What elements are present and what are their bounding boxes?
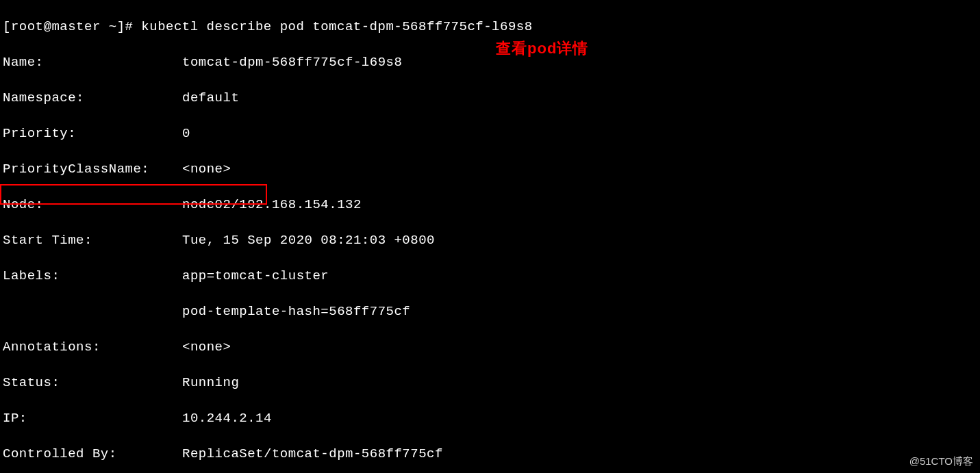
field-starttime: Start Time:Tue, 15 Sep 2020 08:21:03 +08… <box>3 231 980 249</box>
field-node: Node:node02/192.168.154.132 <box>3 196 980 214</box>
key-priorityclass: PriorityClassName: <box>3 160 167 178</box>
key-node: Node: <box>3 196 167 214</box>
field-ip: IP:10.244.2.14 <box>3 409 980 427</box>
key-status: Status: <box>3 374 167 392</box>
field-labels: Labels:app=tomcat-cluster <box>3 267 980 285</box>
val-starttime: Tue, 15 Sep 2020 08:21:03 +0800 <box>167 233 435 248</box>
val-labels-2: pod-template-hash=568ff775cf <box>167 304 410 319</box>
terminal-output: [root@master ~]# kubectl describe pod to… <box>0 0 980 473</box>
key-starttime: Start Time: <box>3 231 167 249</box>
key-namespace: Namespace: <box>3 89 167 107</box>
key-labels: Labels: <box>3 267 167 285</box>
val-priority: 0 <box>167 126 190 141</box>
field-priorityclass: PriorityClassName:<none> <box>3 160 980 178</box>
val-labels-1: app=tomcat-cluster <box>167 268 329 283</box>
val-name: tomcat-dpm-568ff775cf-l69s8 <box>167 55 402 70</box>
val-namespace: default <box>167 90 239 105</box>
field-namespace: Namespace:default <box>3 89 980 107</box>
field-controlledby: Controlled By:ReplicaSet/tomcat-dpm-568f… <box>3 445 980 463</box>
key-name: Name: <box>3 53 167 71</box>
val-node: node02/192.168.154.132 <box>167 197 362 212</box>
key-controlledby: Controlled By: <box>3 445 167 463</box>
val-ip: 10.244.2.14 <box>167 411 272 426</box>
annotation-label: 查看pod详情 <box>496 38 588 59</box>
field-status: Status:Running <box>3 374 980 392</box>
val-controlledby: ReplicaSet/tomcat-dpm-568ff775cf <box>167 446 443 461</box>
watermark-text: @51CTO博客 <box>909 455 973 469</box>
val-priorityclass: <none> <box>167 162 231 177</box>
key-annotations: Annotations: <box>3 338 167 356</box>
val-annotations: <none> <box>167 340 231 355</box>
command-prompt: [root@master ~]# kubectl describe pod to… <box>3 18 980 36</box>
field-annotations: Annotations:<none> <box>3 338 980 356</box>
val-status: Running <box>167 375 239 390</box>
field-name: Name:tomcat-dpm-568ff775cf-l69s8 <box>3 53 980 71</box>
field-priority: Priority:0 <box>3 125 980 142</box>
key-priority: Priority: <box>3 125 167 142</box>
field-labels-cont: pod-template-hash=568ff775cf <box>3 303 980 320</box>
key-ip: IP: <box>3 409 167 427</box>
